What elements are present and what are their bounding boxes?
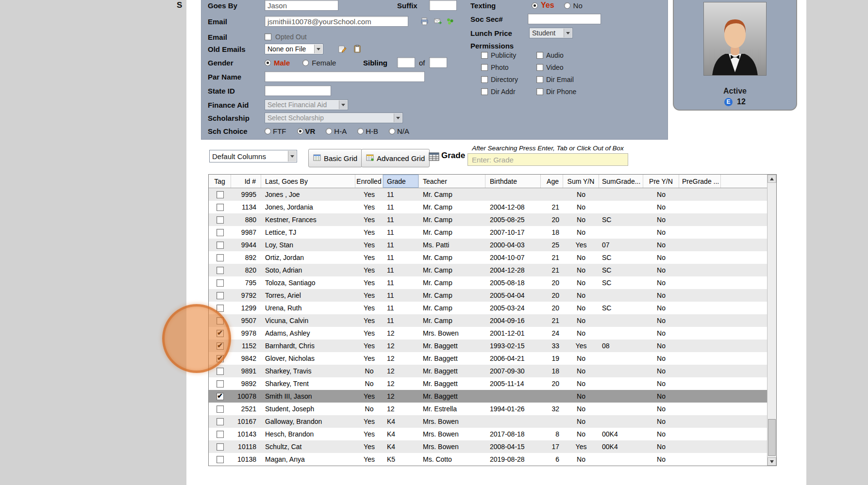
table-row[interactable]: 9978Adams, AshleyYes12Mrs. Bowen2001-12-… (209, 327, 767, 340)
sch-choice-radio-h-b[interactable] (357, 128, 364, 134)
table-row[interactable]: 10078Smith III, JasonYes12Mr. BaggettNoN… (209, 390, 767, 403)
row-tag-checkbox[interactable] (217, 216, 224, 224)
sch-choice-radio-n-a[interactable] (389, 128, 395, 134)
table-row[interactable]: 9995Jones , JoeYes11Mr. CampNoNo (209, 188, 767, 201)
row-tag-checkbox[interactable] (217, 443, 224, 451)
sch-choice-radio-ftf[interactable] (265, 128, 271, 134)
row-tag-checkbox[interactable] (217, 292, 224, 299)
col-header-id[interactable]: Id # (231, 175, 261, 188)
columns-select[interactable]: Default Columns (209, 150, 297, 162)
cell-teacher: Mrs. Bowen (419, 415, 485, 428)
gender-male-radio[interactable] (265, 60, 271, 66)
row-tag-checkbox[interactable] (217, 254, 224, 261)
row-tag-checkbox[interactable] (217, 191, 224, 198)
sibling-number-input[interactable] (397, 57, 415, 68)
permission-checkbox-video[interactable] (536, 64, 543, 71)
scroll-up-button[interactable] (768, 175, 776, 183)
permission-checkbox-dir-addr[interactable] (481, 88, 488, 95)
table-row[interactable]: 9892Sharkey, TrentNo12Mr. Baggett2005-11… (209, 377, 767, 390)
table-row[interactable]: 10118Schultz, CatYesK4Mrs. Bowen2008-04-… (209, 440, 767, 453)
permission-checkbox-photo[interactable] (481, 64, 488, 71)
table-row[interactable]: 9842Glover, NicholasYes12Mr. Baggett2006… (209, 352, 767, 365)
table-row[interactable]: 9944Loy, StanYes11Ms. Patti2000-04-0325Y… (209, 239, 767, 251)
col-header-enrolled[interactable]: Enrolled (355, 175, 383, 188)
email-copy-icon[interactable] (420, 17, 429, 26)
table-row[interactable]: 1299Urena, RuthYes11Mr. Camp2005-03-2420… (209, 302, 767, 314)
table-row[interactable]: 9987Lettice, TJYes11Mr. Camp2007-10-1718… (209, 226, 767, 239)
table-row[interactable]: 2521Student, JosephNo12Mr. Estrella1994-… (209, 403, 767, 415)
texting-no-radio[interactable] (564, 2, 570, 9)
table-row[interactable]: 820Soto, AdrianYes11Mr. Camp2004-12-2821… (209, 264, 767, 276)
row-tag-checkbox[interactable] (217, 456, 224, 463)
finance-aid-select[interactable]: Select Financial Aid (265, 99, 348, 110)
permission-checkbox-audio[interactable] (536, 52, 543, 59)
vertical-scrollbar[interactable] (767, 175, 776, 466)
permission-checkbox-directory[interactable] (481, 76, 488, 83)
row-tag-checkbox[interactable] (217, 204, 224, 211)
col-header-pregrade[interactable]: PreGrade ... (679, 175, 721, 188)
soc-sec-input[interactable] (528, 14, 601, 24)
scholarship-select[interactable]: Select Scholarship (265, 113, 403, 123)
table-row[interactable]: 9891Sharkey, TravisNo12Mr. Baggett2007-0… (209, 365, 767, 377)
row-tag-checkbox[interactable] (217, 279, 224, 287)
col-header-grade[interactable]: Grade (383, 175, 419, 188)
row-tag-checkbox[interactable] (217, 330, 224, 337)
old-emails-select[interactable]: None on File (265, 44, 323, 54)
row-tag-checkbox[interactable] (217, 431, 224, 438)
row-tag-checkbox[interactable] (217, 229, 224, 236)
goes-by-input[interactable] (265, 0, 338, 11)
par-name-input[interactable] (265, 71, 425, 82)
table-row[interactable]: 892Ortiz, JordanYes11Mr. Camp2004-10-072… (209, 251, 767, 264)
table-row[interactable]: 880Kestner, FrancesYes11Mr. Camp2005-08-… (209, 213, 767, 226)
col-header-sumgrade[interactable]: SumGrade... (599, 175, 643, 188)
row-tag-checkbox[interactable] (217, 393, 224, 400)
col-header-name[interactable]: Last, Goes By (261, 175, 355, 188)
sch-choice-radio-vr[interactable] (297, 128, 303, 134)
permission-checkbox-dir-email[interactable] (536, 76, 543, 83)
advanced-grid-button[interactable]: Advanced Grid (361, 149, 430, 167)
basic-grid-button[interactable]: Basic Grid (308, 149, 362, 167)
table-row[interactable]: 10138Magan, AnyaYesK5Ms. Cotto2019-08-28… (209, 453, 767, 466)
grade-search-input[interactable] (467, 153, 628, 166)
row-tag-checkbox[interactable] (217, 418, 224, 425)
gender-female-radio[interactable] (302, 60, 309, 66)
col-header-sum-yn[interactable]: Sum Y/N (563, 175, 599, 188)
texting-yes-radio[interactable] (532, 2, 538, 9)
row-tag-checkbox[interactable] (217, 317, 224, 324)
table-row[interactable]: 10143Hesch, BrandonYesK4Mrs. Bowen2017-0… (209, 428, 767, 440)
sibling-of-input[interactable] (429, 57, 447, 68)
row-tag-checkbox[interactable] (217, 405, 224, 413)
scrollbar-thumb[interactable] (768, 419, 776, 456)
opted-out-checkbox[interactable] (265, 33, 271, 40)
col-header-age[interactable]: Age (541, 175, 563, 188)
permission-checkbox-publicity[interactable] (481, 52, 488, 59)
row-tag-checkbox[interactable] (217, 242, 224, 249)
col-header-pre-yn[interactable]: Pre Y/N (643, 175, 679, 188)
row-tag-checkbox[interactable] (217, 355, 224, 362)
state-id-input[interactable] (265, 85, 331, 96)
table-row[interactable]: 9792Torres, ArielYes11Mr. Camp2005-04-04… (209, 289, 767, 302)
row-tag-checkbox[interactable] (217, 380, 224, 388)
old-emails-edit-icon[interactable] (338, 45, 347, 53)
table-row[interactable]: 1152Barnhardt, ChrisYes12Mr. Baggett1993… (209, 340, 767, 352)
suffix-input[interactable] (429, 0, 457, 11)
scroll-down-button[interactable] (768, 457, 776, 466)
row-tag-checkbox[interactable] (217, 305, 224, 312)
row-tag-checkbox[interactable] (217, 368, 224, 375)
row-tag-checkbox[interactable] (217, 342, 224, 350)
lunch-price-select[interactable]: Student (529, 28, 573, 38)
permission-checkbox-dir-phone[interactable] (536, 88, 543, 95)
col-header-teacher[interactable]: Teacher (419, 175, 485, 188)
email-send-icon[interactable] (434, 17, 443, 26)
table-row[interactable]: 10167Galloway, BrandonYesK4Mrs. BowenNoN… (209, 415, 767, 428)
table-row[interactable]: 795Toloza, SantiagoYes11Mr. Camp2005-08-… (209, 276, 767, 289)
table-row[interactable]: 9507Vicuna, CalvinYes11Mr. Camp2004-09-1… (209, 314, 767, 327)
email-verified-icon[interactable] (446, 17, 454, 26)
row-tag-checkbox[interactable] (217, 267, 224, 274)
col-header-birthdate[interactable]: Birthdate (485, 175, 541, 188)
table-row[interactable]: 1134Jones, JordaniaYes11Mr. Camp2004-12-… (209, 201, 767, 213)
sch-choice-radio-h-a[interactable] (326, 128, 332, 134)
old-emails-copy-icon[interactable] (353, 45, 362, 53)
col-header-tag[interactable]: Tag (209, 175, 231, 188)
email-input[interactable] (265, 16, 408, 27)
